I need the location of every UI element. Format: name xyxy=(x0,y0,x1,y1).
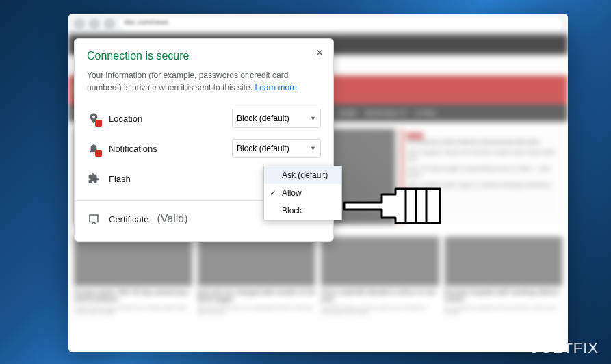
blocked-badge-icon xyxy=(95,150,102,157)
certificate-status: (Valid) xyxy=(157,213,188,225)
browser-window: bbc.com/news Sport Reel Worklife Travel … xyxy=(68,14,568,352)
card-title: Europe marks 75th VE Day anniversary ami… xyxy=(74,289,192,302)
forward-icon[interactable] xyxy=(89,18,100,29)
reload-icon[interactable] xyxy=(104,18,115,29)
permission-label: Notifications xyxy=(109,144,224,154)
card-image xyxy=(445,237,563,286)
pointing-hand-icon xyxy=(341,182,443,233)
sub-nav-item[interactable]: In Pictu xyxy=(411,109,440,116)
bell-icon xyxy=(87,142,101,155)
card-title: Dad and son charged with murder of US bl… xyxy=(198,289,316,302)
dropdown-option-block[interactable]: Block xyxy=(264,202,341,220)
flash-dropdown-menu: Ask (default) ✓ Allow Block xyxy=(263,166,342,220)
connection-description: Your information (for example, passwords… xyxy=(87,69,321,94)
dropdown-option-ask[interactable]: Ask (default) xyxy=(264,166,341,184)
dropdown-option-allow[interactable]: ✓ Allow xyxy=(264,184,341,202)
sidebar-item[interactable]: Now: England, Wales and Northern Ireland… xyxy=(407,149,557,161)
card-image xyxy=(74,237,192,286)
article-card[interactable]: Europe marks 75th VE Day anniversary ami… xyxy=(74,237,192,315)
watermark: UGETFIX xyxy=(529,339,599,357)
back-icon[interactable] xyxy=(74,18,85,29)
card-title: Russian hospital staff 'working without … xyxy=(445,289,563,302)
permission-label: Location xyxy=(109,114,224,124)
certificate-icon xyxy=(87,212,101,226)
card-desc: The WHO warns of risk for years and 'smo… xyxy=(321,305,439,315)
address-field[interactable]: bbc.com/news xyxy=(119,17,562,31)
permission-label: Flash xyxy=(109,174,259,184)
sidebar-headline[interactable]: Coronavirus costs millions of Americans … xyxy=(407,139,557,145)
card-desc: As coronavirus spreads in the provinces,… xyxy=(445,305,563,315)
card-image xyxy=(321,237,439,286)
chevron-down-icon: ▼ xyxy=(310,115,316,122)
check-icon: ✓ xyxy=(270,188,276,198)
close-button[interactable]: × xyxy=(313,46,326,60)
location-select[interactable]: Block (default)▼ xyxy=(232,109,321,128)
card-desc: Leaders across the continent are holding… xyxy=(74,305,192,315)
connection-title: Connection is secure xyxy=(87,50,321,62)
url-bar: bbc.com/news xyxy=(68,14,568,34)
chevron-down-icon: ▼ xyxy=(310,145,316,152)
article-card-row: Europe marks 75th VE Day anniversary ami… xyxy=(68,231,568,320)
permission-row-location: Location Block (default)▼ xyxy=(87,103,321,133)
sub-nav-item[interactable]: World News TV xyxy=(361,109,411,116)
certificate-label: Certificate xyxy=(109,214,149,224)
sub-nav-item[interactable]: Health xyxy=(335,109,361,116)
puzzle-icon xyxy=(87,172,101,185)
live-badge: LIVE xyxy=(407,133,423,139)
card-title: Virus could kill 190,000 in Africa 'in o… xyxy=(321,289,439,302)
permission-row-notifications: Notifications Block (default)▼ xyxy=(87,133,321,164)
location-icon xyxy=(87,112,101,125)
notifications-select[interactable]: Block (default)▼ xyxy=(232,139,321,158)
article-card[interactable]: Russian hospital staff 'working without … xyxy=(445,237,563,315)
article-card[interactable]: Dad and son charged with murder of US bl… xyxy=(198,237,316,315)
sidebar-item[interactable]: 12m: VE Day brought 'overpowering sense … xyxy=(407,166,557,178)
learn-more-link[interactable]: Learn more xyxy=(255,83,296,92)
blocked-badge-icon xyxy=(95,120,102,127)
card-desc: Ahmaud Arbery was on a residential stree… xyxy=(198,305,316,315)
card-image xyxy=(198,237,316,286)
article-card[interactable]: Virus could kill 190,000 in Africa 'in o… xyxy=(321,237,439,315)
